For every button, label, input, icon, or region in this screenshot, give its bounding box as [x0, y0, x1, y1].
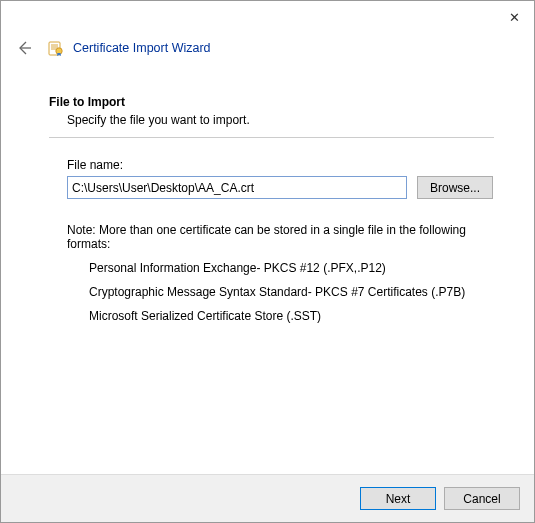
cancel-button[interactable]: Cancel — [444, 487, 520, 510]
wizard-header: Certificate Import Wizard — [1, 31, 534, 71]
browse-button[interactable]: Browse... — [417, 176, 493, 199]
back-arrow-icon[interactable] — [15, 39, 33, 57]
footer: Next Cancel — [1, 474, 534, 522]
next-button[interactable]: Next — [360, 487, 436, 510]
format-sst: Microsoft Serialized Certificate Store (… — [89, 309, 494, 323]
wizard-title: Certificate Import Wizard — [73, 41, 211, 55]
note-intro: Note: More than one certificate can be s… — [67, 223, 494, 251]
content-area: File to Import Specify the file you want… — [1, 71, 534, 323]
section-subtitle: Specify the file you want to import. — [67, 113, 494, 127]
titlebar: ✕ — [1, 1, 534, 31]
divider — [49, 137, 494, 138]
note-block: Note: More than one certificate can be s… — [67, 223, 494, 323]
file-field-block: File name: Browse... — [67, 158, 494, 199]
format-pfx: Personal Information Exchange- PKCS #12 … — [89, 261, 494, 275]
close-icon[interactable]: ✕ — [494, 8, 534, 25]
certificate-wizard-icon — [47, 39, 65, 57]
file-name-input[interactable] — [67, 176, 407, 199]
format-p7b: Cryptographic Message Syntax Standard- P… — [89, 285, 494, 299]
section-title: File to Import — [49, 95, 494, 109]
file-name-label: File name: — [67, 158, 494, 172]
